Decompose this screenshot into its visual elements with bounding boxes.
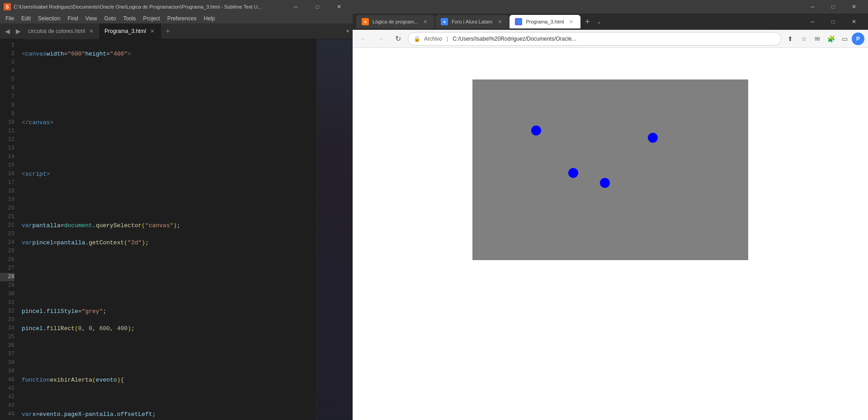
browser-maximize-btn[interactable]: □ (823, 0, 844, 14)
editor-title: C:\Users\Isabel Rodriguez\Documents\Orac… (14, 4, 262, 9)
browser-tab-logica-close[interactable]: ✕ (422, 18, 429, 25)
browser-tab-foro-favicon: a (441, 18, 448, 25)
address-label: Archivo (424, 36, 442, 42)
browser-minimize-btn[interactable]: ─ (802, 0, 823, 14)
line-numbers: 1 2 3 4 5 6 7 8 9 10 11 12 13 14 15 16 1… (0, 39, 18, 420)
browser-close-btn2[interactable]: ✕ (844, 15, 864, 28)
browser-tab-logica-favicon: a (362, 18, 369, 25)
tab-programa3[interactable]: Programa_3.html ✕ (100, 23, 161, 39)
browser-tab-foro-close[interactable]: ✕ (496, 18, 503, 25)
code-line-22: var x = evento.pageX - pantalla.offsetLe… (22, 410, 313, 419)
browser-min-btn2[interactable]: ─ (802, 15, 823, 28)
sublime-icon: S (4, 3, 11, 10)
editor-title-bar: S C:\Users\Isabel Rodriguez\Documents\Or… (0, 0, 353, 14)
circle-3 (568, 168, 578, 178)
tab-programa3-close[interactable]: ✕ (149, 28, 156, 35)
code-line-4 (22, 101, 313, 110)
extension-btn[interactable]: 🧩 (825, 33, 837, 45)
editor-maximize-btn[interactable]: □ (307, 0, 327, 14)
code-line-20: function exibirAlerta(evento){ (22, 376, 313, 384)
browser-tab-bar: a Lógica de program... ✕ a Foro | Alura … (353, 14, 868, 30)
browser-tab-overflow-btn[interactable]: ⌄ (595, 17, 603, 27)
browser-tab-programa-label: Programa_3.html (526, 19, 564, 24)
menu-goto[interactable]: Goto (101, 14, 120, 23)
tab-nav-left[interactable]: ◀ (2, 26, 13, 37)
code-line-10 (22, 204, 313, 213)
menu-help[interactable]: Help (200, 14, 219, 23)
code-line-13 (22, 256, 313, 264)
menu-tools[interactable]: Tools (120, 14, 140, 23)
tab-layout-btn[interactable]: ▾ (344, 28, 351, 34)
code-line-6 (22, 135, 313, 144)
browser-tab-programa-favicon: 🌐 (515, 18, 522, 25)
code-line-21 (22, 393, 313, 401)
menu-selection[interactable]: Selection (34, 14, 64, 23)
menu-edit[interactable]: Edit (18, 14, 34, 23)
browser-window-controls[interactable]: ─ □ ✕ (802, 0, 864, 14)
editor-close-btn[interactable]: ✕ (329, 0, 349, 14)
menu-view[interactable]: View (82, 14, 101, 23)
browser-close-btn[interactable]: ✕ (844, 0, 864, 14)
tab-circulos-label: círculos de colores.html (28, 28, 85, 34)
tab-nav-right[interactable]: ▶ (13, 26, 24, 37)
profile-btn[interactable]: P (852, 33, 864, 45)
menu-preferences[interactable]: Preferences (164, 14, 200, 23)
share-btn[interactable]: ⬆ (784, 33, 797, 45)
code-lines[interactable]: <canvas width="600" height="400"> </canv… (18, 39, 316, 420)
tab-programa3-label: Programa_3.html (104, 28, 146, 34)
code-line-3 (22, 84, 313, 93)
circle-2 (648, 133, 658, 143)
editor-minimize-btn[interactable]: ─ (286, 0, 306, 14)
code-line-15 (22, 290, 313, 299)
canvas-preview[interactable] (472, 79, 748, 260)
address-text: C:/Users/Isabel%20Rodriguez/Documents/Or… (453, 36, 775, 42)
code-line-2 (22, 67, 313, 75)
editor-window-controls[interactable]: ─ □ ✕ (286, 0, 349, 14)
nav-refresh-btn[interactable]: ↻ (391, 32, 405, 46)
browser-new-tab-btn[interactable]: + (581, 15, 594, 28)
tab-circulos[interactable]: círculos de colores.html ✕ (24, 23, 100, 39)
editor-menu-bar: File Edit Selection Find View Goto Tools… (0, 14, 353, 23)
code-line-9 (22, 187, 313, 196)
code-minimap (316, 39, 353, 420)
code-line-14 (22, 273, 313, 281)
code-line-1: <canvas width="600" height="400"> (22, 50, 313, 58)
address-lock-icon: 🔒 (414, 36, 420, 42)
code-line-19 (22, 359, 313, 367)
menu-find[interactable]: Find (64, 14, 81, 23)
sidebar-toggle-btn[interactable]: ▭ (838, 33, 851, 45)
browser-nav-bar: ← → ↻ 🔒 Archivo | C:/Users/Isabel%20Rodr… (353, 30, 868, 48)
browser-tab-programa[interactable]: 🌐 Programa_3.html ✕ (509, 15, 580, 28)
nav-back-btn[interactable]: ← (356, 32, 371, 46)
code-line-8: <script > (22, 170, 313, 178)
code-line-12: var pincel = pantalla.getContext("2d"); (22, 238, 313, 247)
code-line-7 (22, 153, 313, 161)
browser-title-bar: ─ □ ✕ (353, 0, 868, 14)
browser-tab-programa-close[interactable]: ✕ (568, 18, 575, 25)
circle-4 (600, 178, 610, 188)
tab-add-btn[interactable]: + (163, 26, 173, 36)
bookmark-btn[interactable]: ☆ (797, 33, 810, 45)
browser-tab-logica[interactable]: a Lógica de program... ✕ (356, 15, 434, 28)
address-bar[interactable]: 🔒 Archivo | C:/Users/Isabel%20Rodriguez/… (408, 32, 781, 46)
browser-max-btn2[interactable]: □ (823, 15, 844, 28)
tab-circulos-close[interactable]: ✕ (88, 28, 95, 35)
browser-tab-foro-label: Foro | Alura Latam (452, 19, 492, 24)
code-editor[interactable]: 1 2 3 4 5 6 7 8 9 10 11 12 13 14 15 16 1… (0, 39, 353, 420)
circle-1 (531, 126, 541, 135)
menu-project[interactable]: Project (140, 14, 164, 23)
code-line-16: pincel.fillStyle = "grey"; (22, 307, 313, 316)
code-line-18 (22, 341, 313, 350)
editor-tab-bar: ◀ ▶ círculos de colores.html ✕ Programa_… (0, 23, 353, 39)
code-line-17: pincel.fillRect(0, 0, 600, 400); (22, 324, 313, 333)
menu-file[interactable]: File (2, 14, 18, 23)
code-line-11: var pantalla = document.querySelector("c… (22, 221, 313, 230)
browser-content (353, 48, 868, 420)
browser-tab-logica-label: Lógica de program... (373, 19, 418, 24)
browser-tab-foro[interactable]: a Foro | Alura Latam ✕ (435, 15, 509, 28)
code-line-5: </canvas> (22, 118, 313, 127)
email-btn[interactable]: ✉ (811, 33, 824, 45)
browser-window-controls-2[interactable]: ─ □ ✕ (802, 15, 864, 28)
browser-nav-actions: ⬆ ☆ ✉ 🧩 ▭ P (784, 33, 864, 45)
nav-forward-btn[interactable]: → (373, 32, 388, 46)
